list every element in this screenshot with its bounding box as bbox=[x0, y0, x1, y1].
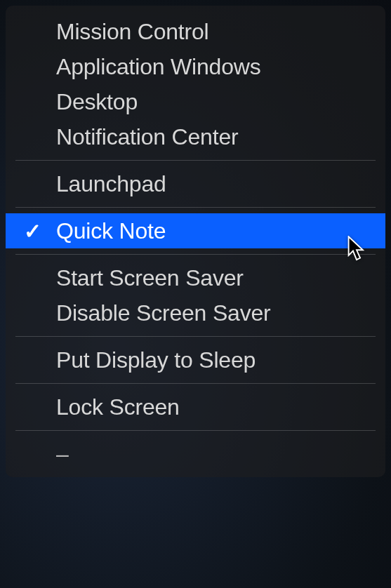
menu-item-label: Desktop bbox=[56, 89, 138, 115]
checkmark-icon: ✓ bbox=[24, 219, 41, 243]
menu-item-label: Launchpad bbox=[56, 171, 166, 197]
menu-separator bbox=[15, 160, 376, 161]
menu-item-label: Start Screen Saver bbox=[56, 265, 244, 291]
menu-item-label: Lock Screen bbox=[56, 394, 180, 420]
menu-item-label: – bbox=[56, 441, 69, 467]
menu-item-desktop[interactable]: Desktop bbox=[6, 84, 385, 119]
menu-separator bbox=[15, 430, 376, 431]
menu-item-launchpad[interactable]: Launchpad bbox=[6, 166, 385, 201]
menu-item-label: Put Display to Sleep bbox=[56, 347, 256, 373]
menu-item-notification-center[interactable]: Notification Center bbox=[6, 119, 385, 154]
menu-item-put-display-to-sleep[interactable]: Put Display to Sleep bbox=[6, 342, 385, 377]
menu-separator bbox=[15, 336, 376, 337]
menu-separator bbox=[15, 254, 376, 255]
menu-item-none[interactable]: – bbox=[6, 436, 385, 472]
menu-item-label: Disable Screen Saver bbox=[56, 300, 271, 326]
menu-item-label: Notification Center bbox=[56, 124, 238, 150]
menu-item-label: Application Windows bbox=[56, 54, 260, 80]
menu-item-mission-control[interactable]: Mission Control bbox=[6, 14, 385, 49]
context-menu: Mission Control Application Windows Desk… bbox=[6, 6, 385, 477]
menu-separator bbox=[15, 383, 376, 384]
menu-item-label: Quick Note bbox=[56, 218, 166, 244]
menu-item-lock-screen[interactable]: Lock Screen bbox=[6, 389, 385, 425]
menu-item-application-windows[interactable]: Application Windows bbox=[6, 49, 385, 84]
menu-separator bbox=[15, 207, 376, 208]
menu-item-quick-note[interactable]: ✓ Quick Note bbox=[6, 213, 385, 248]
menu-item-label: Mission Control bbox=[56, 19, 209, 45]
menu-item-disable-screen-saver[interactable]: Disable Screen Saver bbox=[6, 295, 385, 330]
menu-item-start-screen-saver[interactable]: Start Screen Saver bbox=[6, 260, 385, 295]
